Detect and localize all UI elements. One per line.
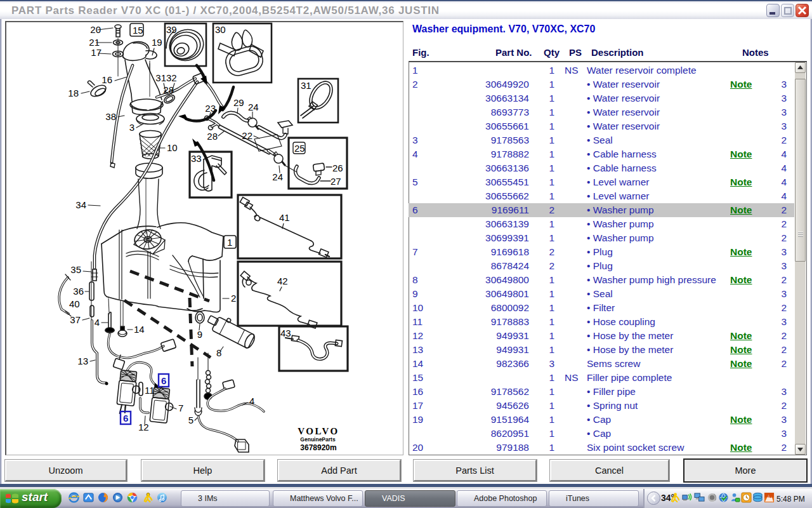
svg-text:41: 41 bbox=[279, 212, 290, 223]
svg-text:42: 42 bbox=[277, 276, 288, 286]
svg-text:19: 19 bbox=[152, 37, 162, 48]
svg-text:37: 37 bbox=[70, 314, 81, 325]
svg-text:6: 6 bbox=[161, 375, 166, 386]
svg-text:10: 10 bbox=[167, 142, 178, 153]
svg-text:29: 29 bbox=[233, 97, 244, 108]
svg-text:11: 11 bbox=[145, 385, 155, 396]
svg-text:38: 38 bbox=[105, 111, 116, 122]
svg-text:4: 4 bbox=[95, 317, 100, 328]
svg-text:13: 13 bbox=[77, 356, 88, 366]
svg-text:43: 43 bbox=[280, 328, 291, 338]
svg-text:33: 33 bbox=[191, 153, 202, 164]
svg-text:36: 36 bbox=[73, 286, 84, 297]
svg-text:40: 40 bbox=[69, 298, 80, 309]
svg-text:27: 27 bbox=[331, 176, 341, 187]
svg-text:1: 1 bbox=[227, 237, 232, 248]
svg-text:22: 22 bbox=[242, 130, 252, 141]
svg-text:12: 12 bbox=[138, 422, 149, 432]
svg-text:3: 3 bbox=[129, 122, 134, 133]
svg-text:3678920m: 3678920m bbox=[300, 443, 336, 452]
svg-text:35: 35 bbox=[70, 264, 81, 275]
svg-text:24: 24 bbox=[248, 102, 259, 112]
svg-text:28: 28 bbox=[163, 84, 174, 95]
svg-text:39: 39 bbox=[166, 24, 177, 35]
svg-text:26: 26 bbox=[332, 163, 343, 173]
svg-text:VOLVO: VOLVO bbox=[298, 426, 339, 436]
svg-text:25: 25 bbox=[294, 143, 305, 154]
svg-text:6: 6 bbox=[123, 413, 128, 424]
svg-text:2: 2 bbox=[231, 293, 236, 304]
svg-text:34: 34 bbox=[75, 199, 86, 210]
svg-text:14: 14 bbox=[134, 324, 145, 335]
svg-text:30: 30 bbox=[215, 24, 226, 35]
svg-text:31: 31 bbox=[155, 72, 166, 83]
svg-text:15: 15 bbox=[133, 25, 143, 36]
svg-text:9: 9 bbox=[197, 329, 202, 340]
svg-text:5: 5 bbox=[188, 415, 193, 425]
svg-text:8: 8 bbox=[216, 347, 221, 358]
svg-text:7: 7 bbox=[178, 403, 183, 413]
svg-text:17: 17 bbox=[91, 47, 102, 58]
svg-text:4: 4 bbox=[249, 396, 254, 406]
svg-text:32: 32 bbox=[166, 72, 177, 83]
svg-text:18: 18 bbox=[68, 88, 79, 98]
svg-text:GenuineParts: GenuineParts bbox=[300, 436, 336, 443]
svg-text:31: 31 bbox=[301, 80, 311, 91]
svg-text:16: 16 bbox=[102, 74, 112, 85]
svg-text:28: 28 bbox=[207, 131, 218, 142]
svg-text:24: 24 bbox=[272, 171, 283, 182]
